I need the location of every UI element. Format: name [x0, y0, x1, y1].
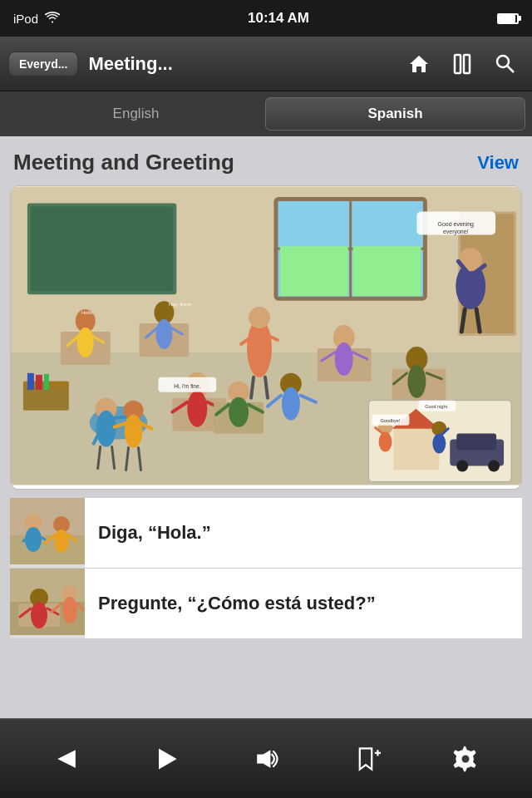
svg-point-68 [125, 415, 143, 448]
nav-title: Meeting... [85, 53, 394, 75]
svg-marker-133 [257, 750, 270, 768]
svg-point-59 [407, 365, 426, 398]
svg-text:everyone!: everyone! [443, 229, 469, 235]
svg-text:Good evening: Good evening [438, 221, 475, 228]
svg-point-43 [155, 319, 172, 349]
svg-rect-14 [280, 246, 348, 296]
svg-point-77 [229, 397, 249, 427]
svg-marker-131 [57, 750, 76, 768]
main-image[interactable]: Good evening everyone! Hello Hey, there [10, 185, 522, 490]
svg-rect-15 [353, 204, 421, 247]
list-item-text-1: Diga, “Hola.” [85, 511, 224, 555]
svg-point-81 [282, 387, 300, 421]
svg-rect-106 [36, 375, 42, 390]
svg-text:Good night.: Good night. [425, 404, 449, 409]
status-time: 10:14 AM [248, 10, 309, 27]
svg-point-54 [335, 342, 353, 376]
battery-icon [497, 13, 519, 24]
svg-rect-13 [280, 204, 348, 247]
svg-text:Goodbye!: Goodbye! [381, 418, 401, 423]
prev-button[interactable] [42, 734, 91, 784]
view-button[interactable]: View [477, 152, 519, 174]
bookmark-button[interactable] [444, 46, 480, 82]
wifi-icon [45, 12, 60, 26]
play-button[interactable] [141, 734, 191, 784]
svg-point-64 [96, 411, 116, 447]
svg-point-137 [462, 755, 470, 762]
svg-marker-132 [159, 748, 177, 769]
svg-point-91 [456, 461, 468, 472]
svg-rect-1 [464, 55, 470, 73]
svg-point-128 [62, 597, 77, 623]
main-content: Meeting and Greeting View [0, 136, 532, 718]
svg-line-3 [508, 66, 515, 72]
segment-bar: English Spanish [0, 91, 532, 136]
svg-rect-8 [31, 207, 173, 292]
list-item-2[interactable]: Pregunte, “¿Cómo está usted?” [10, 569, 522, 639]
list-thumb-2 [10, 569, 85, 638]
spanish-tab[interactable]: Spanish [265, 97, 525, 131]
svg-rect-90 [456, 434, 496, 451]
list-item-1[interactable]: Diga, “Hola.” [10, 498, 522, 569]
home-button[interactable] [401, 46, 437, 82]
svg-point-116 [54, 530, 69, 553]
section-title: Meeting and Greeting [13, 150, 234, 175]
svg-point-2 [497, 56, 509, 67]
svg-point-124 [31, 602, 47, 628]
bookmark-add-button[interactable] [341, 734, 391, 784]
svg-text:Hey, there.: Hey, there. [169, 302, 193, 307]
svg-point-30 [249, 307, 270, 328]
volume-button[interactable] [241, 734, 291, 784]
classroom-illustration: Good evening everyone! Hello Hey, there [11, 186, 521, 485]
svg-text:Hi, I'm fine.: Hi, I'm fine. [174, 383, 200, 389]
search-button[interactable] [487, 46, 524, 82]
settings-button[interactable] [441, 734, 490, 784]
svg-rect-87 [394, 429, 440, 470]
status-left: iPod [13, 12, 60, 26]
svg-rect-107 [44, 374, 49, 390]
device-label: iPod [13, 12, 38, 26]
english-tab[interactable]: English [7, 97, 265, 131]
svg-point-112 [25, 527, 42, 552]
svg-point-92 [488, 461, 500, 472]
back-button[interactable]: Everyd... [8, 52, 78, 76]
svg-rect-105 [27, 373, 34, 390]
status-bar: iPod 10:14 AM [0, 0, 532, 37]
svg-rect-110 [10, 498, 85, 535]
bottom-bar [0, 718, 532, 798]
list-thumb-1 [10, 498, 85, 568]
svg-point-49 [187, 391, 207, 427]
svg-line-66 [106, 417, 126, 419]
svg-rect-0 [455, 55, 461, 73]
nav-bar: Everyd... Meeting... [0, 37, 532, 91]
svg-text:Hello: Hello [81, 310, 93, 315]
svg-point-37 [77, 328, 94, 357]
svg-rect-16 [353, 246, 421, 296]
status-right [497, 13, 519, 24]
section-header: Meeting and Greeting View [10, 150, 522, 185]
list-item-text-2: Pregunte, “¿Cómo está usted?” [85, 582, 389, 626]
